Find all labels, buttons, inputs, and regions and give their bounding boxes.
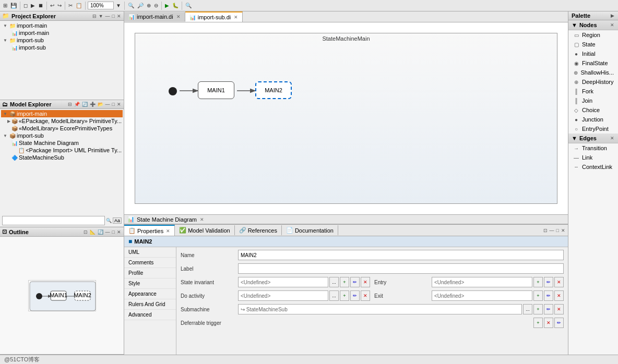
prop-btn-deferrable-edit[interactable]: ✏	[554, 318, 564, 328]
prop-sidebar-appearance[interactable]: Appearance	[124, 289, 176, 299]
prop-btn-do-activity-del[interactable]: ✕	[361, 290, 370, 301]
toolbar-btn-debug[interactable]: 🐛	[171, 2, 180, 9]
toolbar-btn-2[interactable]: 💾	[9, 2, 18, 9]
prop-btn-submachine-del[interactable]: ✕	[554, 304, 564, 314]
palette-item-entrypoint[interactable]: ○ EntryPoint	[568, 124, 618, 134]
palette-item-transition[interactable]: → Transition	[568, 143, 618, 153]
model-explorer-search[interactable]	[2, 216, 105, 225]
pe-menu-btn[interactable]: ▼	[98, 14, 104, 19]
palette-item-join[interactable]: ║ Join	[568, 96, 618, 105]
prop-btn-state-invariant-edit[interactable]: ✏	[350, 277, 360, 287]
zoom-input[interactable]: 100%	[88, 2, 114, 9]
outline-btn1[interactable]: ⊡	[83, 229, 88, 235]
tab-import-sub-di[interactable]: 📊 import-sub.di ✕	[185, 11, 243, 22]
prop-btn-do-activity-add[interactable]: +	[340, 290, 349, 301]
toolbar-btn-zoomin[interactable]: 🔍	[127, 2, 135, 9]
tree-item-import-sub-root[interactable]: ▼ 📦 import-sub	[1, 132, 123, 139]
palette-section-edges-header[interactable]: ▼ Edges ✕	[568, 134, 618, 143]
prop-btn-min[interactable]: —	[549, 228, 555, 233]
pe-max-btn[interactable]: □	[112, 14, 115, 19]
toolbar-btn-3[interactable]: ◻	[22, 2, 29, 9]
palette-item-deephistory[interactable]: ⊕ DeepHistory	[568, 77, 618, 87]
tree-item-smd[interactable]: 📊 State Machine Diagram	[1, 139, 123, 147]
prop-btn-exit-add[interactable]: +	[533, 290, 543, 301]
prop-input-entry[interactable]	[432, 277, 532, 287]
prop-tab-documentation[interactable]: 📄 Documentation	[282, 225, 338, 235]
me-btn1[interactable]: ⊟	[67, 102, 73, 107]
tree-item-statemachinesub[interactable]: 🔷 StateMachineSub	[1, 154, 123, 161]
prop-btn-submachine-nav[interactable]: ...	[523, 304, 532, 314]
palette-item-choice[interactable]: ◇ Choice	[568, 105, 618, 115]
toolbar-btn-zoom-actual[interactable]: ⊖	[153, 2, 159, 9]
palette-item-shallowhis[interactable]: ⊕ ShallowHis...	[568, 68, 618, 77]
tab-close-1[interactable]: ✕	[176, 14, 181, 19]
prop-tab-references[interactable]: 🔗 References	[235, 225, 282, 235]
toolbar-btn-zoomout[interactable]: 🔎	[136, 2, 145, 9]
prop-btn-deferrable-del[interactable]: ✕	[544, 318, 553, 328]
prop-tab-validation[interactable]: ✅ Model Validation	[175, 225, 235, 235]
aa-btn[interactable]: Aa	[113, 217, 122, 224]
prop-input-name[interactable]	[238, 250, 564, 260]
prop-btn-do-activity-edit[interactable]: ✏	[350, 290, 360, 301]
prop-btn-deferrable-add[interactable]: +	[533, 318, 543, 328]
prop-sidebar-style[interactable]: Style	[124, 278, 176, 289]
palette-item-fork[interactable]: ║ Fork	[568, 87, 618, 96]
palette-item-contextlink[interactable]: ╌ ContextLink	[568, 162, 618, 172]
palette-item-junction[interactable]: ● Junction	[568, 115, 618, 124]
prop-btn-exit-del[interactable]: ✕	[554, 290, 564, 301]
prop-btn-state-invariant-del[interactable]: ✕	[361, 277, 370, 287]
toolbar-btn-run[interactable]: ▶	[164, 2, 170, 9]
me-btn3[interactable]: 🔄	[81, 102, 88, 107]
prop-sidebar-uml[interactable]: UML	[124, 247, 176, 258]
palette-section-nodes-header[interactable]: ▼ Nodes ✕	[568, 20, 618, 30]
toolbar-btn-dropdown[interactable]: ▼	[115, 2, 122, 9]
prop-btn-state-invariant-add[interactable]: +	[340, 277, 349, 287]
toolbar-btn-redo[interactable]: ↪	[56, 2, 63, 9]
prop-sidebar-profile[interactable]: Profile	[124, 268, 176, 278]
me-btn2[interactable]: 📌	[74, 102, 80, 107]
toolbar-btn-copy[interactable]: 📋	[75, 2, 83, 9]
tree-item-epackage[interactable]: ▶ 📦 «EPackage, ModelLibrary» PrimitiveTy…	[1, 117, 123, 125]
prop-btn-close[interactable]: ✕	[561, 228, 566, 233]
smd-close[interactable]: ✕	[200, 217, 204, 222]
outline-btn2[interactable]: 📐	[89, 229, 96, 235]
tree-item-import-sub-di[interactable]: 📊 import-sub	[1, 44, 123, 51]
outline-btn6[interactable]: ✕	[116, 229, 122, 235]
outline-btn4[interactable]: —	[105, 229, 111, 235]
prop-btn-popout[interactable]: ⊡	[543, 228, 548, 233]
me-btn5[interactable]: 📂	[97, 102, 104, 107]
palette-item-initial[interactable]: ● Initial	[568, 49, 618, 58]
pe-collapse-btn[interactable]: ⊟	[92, 14, 97, 19]
toolbar-btn-1[interactable]: ⊞	[2, 2, 8, 9]
prop-input-state-invariant[interactable]	[238, 277, 328, 287]
prop-input-exit[interactable]	[432, 290, 532, 301]
prop-input-do-activity[interactable]	[238, 290, 328, 301]
toolbar-btn-undo[interactable]: ↩	[49, 2, 55, 9]
tree-item-ecore[interactable]: 📦 «ModelLibrary» EcorePrimitiveTypes	[1, 125, 123, 132]
toolbar-btn-search[interactable]: 🔍	[184, 2, 193, 9]
prop-input-submachine[interactable]	[238, 304, 522, 314]
me-btn8[interactable]: ✕	[116, 102, 122, 107]
tree-item-pkg-import[interactable]: 📋 <Package Import> UML Primitive Ty...	[1, 147, 123, 154]
pe-min-btn[interactable]: —	[105, 14, 111, 19]
palette-nodes-close[interactable]: ✕	[610, 22, 615, 28]
palette-item-state[interactable]: ▢ State	[568, 40, 618, 49]
prop-sidebar-comments[interactable]: Comments	[124, 258, 176, 268]
palette-edges-close[interactable]: ✕	[610, 136, 615, 141]
tree-item-import-main-root[interactable]: ▼ 📦 import-main	[1, 110, 123, 117]
prop-tab-close[interactable]: ✕	[166, 228, 170, 234]
prop-btn-submachine-add[interactable]: +	[533, 304, 543, 314]
tab-close-2[interactable]: ✕	[234, 15, 238, 20]
toolbar-btn-4[interactable]: ▶	[30, 2, 36, 9]
tree-item-import-sub-folder[interactable]: ▼ 📁 import-sub	[1, 37, 123, 44]
prop-btn-max[interactable]: □	[556, 228, 560, 233]
prop-btn-exit-edit[interactable]: ✏	[544, 290, 553, 301]
prop-btn-entry-add[interactable]: +	[533, 277, 543, 287]
palette-item-link[interactable]: — Link	[568, 153, 618, 162]
me-btn7[interactable]: □	[112, 102, 115, 107]
initial-state-node[interactable]	[169, 87, 177, 95]
model-explorer-search-btn[interactable]: 🔍	[106, 218, 112, 223]
prop-btn-submachine-edit[interactable]: ✏	[544, 304, 553, 314]
state-node-MAIN1[interactable]: MAIN1	[198, 81, 234, 99]
tree-item-import-main-folder[interactable]: ▼ 📁 import-main	[1, 22, 123, 29]
